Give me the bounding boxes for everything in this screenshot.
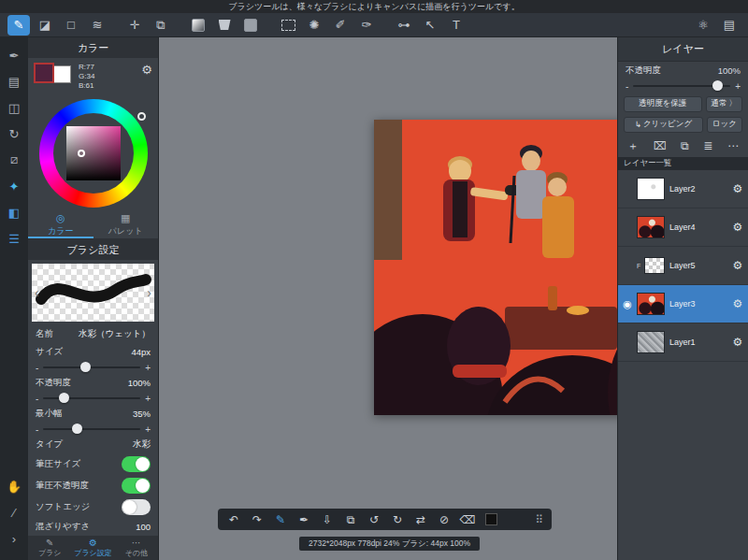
saturation-value-box[interactable] [66,126,121,180]
layer-gear-icon[interactable]: ⚙ [730,336,745,349]
hue-cursor[interactable] [137,112,146,121]
bucket-tool-icon[interactable] [213,15,236,36]
blend-mode-button[interactable]: 通常 〉 [706,96,743,112]
brush-size-knob[interactable] [80,362,91,372]
magic-wand-tool-icon[interactable]: ✺ [303,15,325,36]
slider-plus[interactable]: + [145,424,151,435]
min-width-knob[interactable] [72,424,82,434]
canvas-panel-icon[interactable]: ▤ [3,71,25,92]
tab-palette[interactable]: ▦ パレット [94,211,159,238]
tab-other[interactable]: ⋯ その他 [115,536,158,560]
fill-solid-tool-icon[interactable] [239,15,262,36]
brush-opacity-knob[interactable] [59,393,69,403]
color-settings-gear-icon[interactable]: ⚙ [141,63,152,77]
visibility-toggle-icon[interactable]: ◉ [618,298,637,310]
duplicate-layer-icon[interactable]: ⧉ [681,139,689,152]
toolbar-drag-handle-icon[interactable]: ⠿ [535,513,543,526]
layer-thumbnail [637,216,665,238]
select-pen-tool-icon[interactable]: ✐ [329,15,352,36]
pattern-brush-tool-icon[interactable]: ≋ [86,15,108,36]
select-move-tool-icon[interactable]: ↖ [419,15,441,36]
list-panel-icon[interactable]: ☰ [3,228,25,249]
layer-row[interactable]: Layer4 ⚙ [618,208,748,247]
protect-alpha-button[interactable]: 透明度を保護 [624,96,702,112]
clipping-button[interactable]: ↳ クリッピング [624,117,703,133]
tab-brush-settings[interactable]: ⚙ ブラシ設定 [71,536,114,560]
airbrush-icon[interactable]: ✦ [3,176,25,196]
pressure-opacity-toggle[interactable] [122,478,151,494]
layer-gear-icon[interactable]: ⚙ [730,259,745,272]
color-panel-icon[interactable]: ◧ [3,202,25,223]
current-color-swatch[interactable] [34,63,54,83]
undo-icon[interactable]: ↶ [226,513,241,526]
transform-tool-icon[interactable]: ⧉ [150,15,172,36]
slider-plus[interactable]: + [735,81,741,92]
tab-color[interactable]: ◎ カラー [28,211,94,238]
save-icon[interactable]: ⇩ [320,513,335,526]
pen-nib-icon[interactable]: ✒ [3,45,25,65]
eyedropper-tool-icon[interactable]: ✒ [296,513,311,526]
select-panel-icon[interactable]: ◫ [3,97,25,118]
rotate-cw-icon[interactable]: ↻ [390,513,405,526]
pen-tool-icon[interactable]: ✎ [7,15,30,36]
eyedropper-icon[interactable]: ∕ [3,502,25,523]
select-rect-tool-icon[interactable] [277,15,299,36]
next-brush-arrow-icon[interactable]: › [147,285,151,300]
canvas-area[interactable] [159,37,617,560]
clear-icon[interactable]: ⌫ [460,513,475,526]
layer-row[interactable]: Layer1 ⚙ [618,323,748,362]
chevron-icon[interactable]: › [3,528,25,549]
tab-brush[interactable]: ✎ ブラシ [28,536,71,560]
layer-gear-icon[interactable]: ⚙ [730,182,745,195]
other-tab-label: その他 [125,548,148,558]
layer-opacity-knob[interactable] [712,80,723,91]
prev-brush-arrow-icon[interactable]: ‹ [35,285,39,300]
flip-icon[interactable]: ⇄ [413,513,428,526]
slider-minus[interactable]: - [36,424,38,435]
secondary-color-swatch[interactable] [53,65,71,83]
text-tool-icon[interactable]: T [445,15,468,36]
sv-cursor[interactable] [78,150,85,157]
more-layer-icon[interactable]: ⋯ [727,139,739,152]
lock-button[interactable]: ロック [707,117,742,133]
slider-plus[interactable]: + [145,363,151,373]
export-icon[interactable]: ⧉ [343,513,358,526]
panel-layout-icon[interactable]: ▤ [718,15,741,36]
gradient-tool-icon[interactable] [187,15,209,36]
layer-gear-icon[interactable]: ⚙ [730,221,745,234]
brush-opacity-slider[interactable] [43,397,140,399]
layer-gear-icon[interactable]: ⚙ [730,297,745,310]
merge-layer-icon[interactable]: ≣ [703,139,712,152]
delete-layer-icon[interactable]: ⌧ [654,139,667,152]
rotate-ccw-icon[interactable]: ↺ [367,513,381,526]
rotate-icon[interactable]: ↻ [3,123,25,144]
layer-clip-row: ↳ クリッピング ロック [618,114,748,135]
slider-minus[interactable]: - [36,363,38,373]
brush-preview[interactable]: ‹ › [32,264,154,322]
min-width-slider[interactable] [43,428,140,430]
pressure-size-toggle[interactable] [122,456,151,472]
shape-tool-icon[interactable]: □ [60,15,82,36]
layer-opacity-slider[interactable] [633,85,730,87]
select-eraser-tool-icon[interactable]: ✑ [355,15,378,36]
add-layer-icon[interactable]: ＋ [627,138,639,154]
layer-row[interactable]: Layer2 ⚙ [618,170,748,208]
brush-mode-icon[interactable]: ✎ [273,513,288,526]
slider-minus[interactable]: - [626,81,628,92]
hand-icon[interactable]: ✋ [3,476,25,496]
move-tool-icon[interactable]: ✛ [123,15,146,36]
snap-off-icon[interactable]: ⊘ [437,513,452,526]
layer-list: Layer2 ⚙ Layer4 ⚙ F Layer5 ⚙ ◉ Layer3 ⚙ [618,170,748,560]
redo-icon[interactable]: ↷ [250,513,265,526]
cloud-icon[interactable]: ⚛ [692,15,714,36]
slider-minus[interactable]: - [36,394,38,404]
eraser-tool-icon[interactable]: ◪ [34,15,56,36]
slider-plus[interactable]: + [145,394,151,404]
snap-tool-icon[interactable]: ⊶ [393,15,415,36]
soft-edge-toggle[interactable] [122,499,151,515]
layer-row-selected[interactable]: ◉ Layer3 ⚙ [618,285,748,323]
brush-size-slider[interactable] [43,366,140,368]
layer-row[interactable]: F Layer5 ⚙ [618,247,748,285]
material-swatch[interactable] [483,513,498,525]
ruler-icon[interactable]: ⧄ [3,150,25,170]
